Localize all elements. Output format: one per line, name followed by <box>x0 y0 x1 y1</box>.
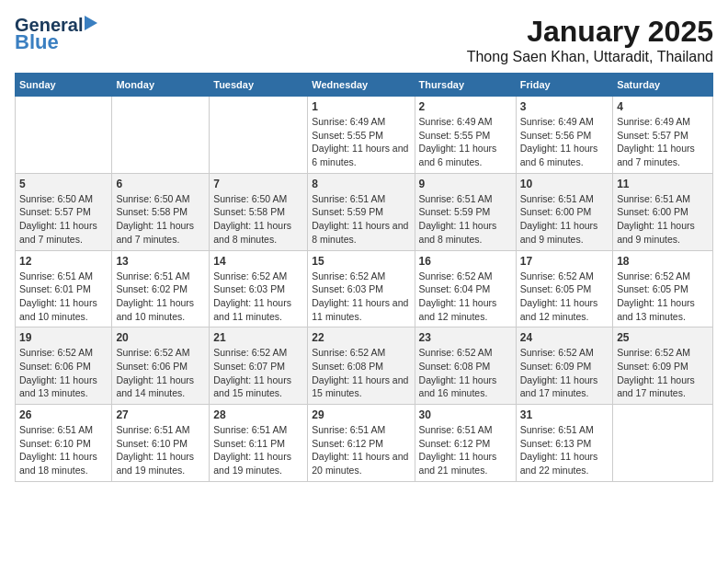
day-number: 1 <box>312 100 410 113</box>
weekday-header-row: SundayMondayTuesdayWednesdayThursdayFrid… <box>16 74 713 97</box>
calendar-cell: 11Sunrise: 6:51 AM Sunset: 6:00 PM Dayli… <box>613 173 713 250</box>
logo-arrow-icon <box>85 16 97 30</box>
day-number: 20 <box>116 331 205 344</box>
day-info: Sunrise: 6:52 AM Sunset: 6:06 PM Dayligh… <box>116 346 205 400</box>
day-info: Sunrise: 6:51 AM Sunset: 6:12 PM Dayligh… <box>312 423 410 477</box>
calendar-cell: 10Sunrise: 6:51 AM Sunset: 6:00 PM Dayli… <box>516 173 612 250</box>
calendar-cell: 23Sunrise: 6:52 AM Sunset: 6:08 PM Dayli… <box>415 327 516 405</box>
calendar-cell <box>16 97 112 174</box>
day-info: Sunrise: 6:51 AM Sunset: 6:12 PM Dayligh… <box>419 423 512 477</box>
day-info: Sunrise: 6:50 AM Sunset: 5:57 PM Dayligh… <box>19 192 108 247</box>
day-number: 17 <box>520 255 609 268</box>
calendar-cell: 2Sunrise: 6:49 AM Sunset: 5:55 PM Daylig… <box>415 97 516 174</box>
calendar-cell: 13Sunrise: 6:51 AM Sunset: 6:02 PM Dayli… <box>112 250 210 327</box>
day-info: Sunrise: 6:52 AM Sunset: 6:05 PM Dayligh… <box>617 270 709 324</box>
day-number: 22 <box>312 331 410 344</box>
day-number: 14 <box>213 255 303 268</box>
calendar-week-row: 5Sunrise: 6:50 AM Sunset: 5:57 PM Daylig… <box>16 173 713 250</box>
day-number: 2 <box>419 100 512 113</box>
calendar-week-row: 1Sunrise: 6:49 AM Sunset: 5:55 PM Daylig… <box>16 97 713 174</box>
day-number: 5 <box>19 178 108 190</box>
page-header: General Blue January 2025 Thong Saen Kha… <box>15 15 713 65</box>
day-info: Sunrise: 6:52 AM Sunset: 6:07 PM Dayligh… <box>213 346 303 400</box>
weekday-header: Friday <box>516 74 612 97</box>
day-number: 6 <box>116 178 205 190</box>
day-number: 8 <box>312 178 410 190</box>
day-number: 3 <box>520 100 609 113</box>
page-title: January 2025 <box>467 15 713 49</box>
calendar-cell: 1Sunrise: 6:49 AM Sunset: 5:55 PM Daylig… <box>308 97 415 174</box>
day-info: Sunrise: 6:51 AM Sunset: 6:02 PM Dayligh… <box>116 270 205 324</box>
calendar-cell: 19Sunrise: 6:52 AM Sunset: 6:06 PM Dayli… <box>16 327 112 405</box>
day-number: 21 <box>213 331 303 344</box>
day-info: Sunrise: 6:52 AM Sunset: 6:09 PM Dayligh… <box>520 346 609 400</box>
calendar-cell: 31Sunrise: 6:51 AM Sunset: 6:13 PM Dayli… <box>516 405 612 482</box>
calendar-table: SundayMondayTuesdayWednesdayThursdayFrid… <box>15 73 713 482</box>
day-info: Sunrise: 6:52 AM Sunset: 6:03 PM Dayligh… <box>213 270 303 324</box>
day-number: 4 <box>617 100 709 113</box>
day-info: Sunrise: 6:51 AM Sunset: 6:01 PM Dayligh… <box>19 270 108 324</box>
calendar-cell: 6Sunrise: 6:50 AM Sunset: 5:58 PM Daylig… <box>112 173 210 250</box>
day-info: Sunrise: 6:49 AM Sunset: 5:57 PM Dayligh… <box>617 115 709 169</box>
calendar-cell: 30Sunrise: 6:51 AM Sunset: 6:12 PM Dayli… <box>415 405 516 482</box>
calendar-cell <box>112 97 210 174</box>
weekday-header: Wednesday <box>308 74 415 97</box>
calendar-cell: 7Sunrise: 6:50 AM Sunset: 5:58 PM Daylig… <box>210 173 308 250</box>
calendar-cell: 21Sunrise: 6:52 AM Sunset: 6:07 PM Dayli… <box>210 327 308 405</box>
day-number: 10 <box>520 178 609 190</box>
day-info: Sunrise: 6:52 AM Sunset: 6:05 PM Dayligh… <box>520 270 609 324</box>
day-number: 28 <box>213 408 303 421</box>
logo: General Blue <box>15 15 97 53</box>
day-info: Sunrise: 6:49 AM Sunset: 5:55 PM Dayligh… <box>312 115 410 169</box>
calendar-cell <box>613 405 713 482</box>
calendar-cell: 4Sunrise: 6:49 AM Sunset: 5:57 PM Daylig… <box>613 97 713 174</box>
day-number: 23 <box>419 331 512 344</box>
calendar-cell: 9Sunrise: 6:51 AM Sunset: 5:59 PM Daylig… <box>415 173 516 250</box>
logo-blue: Blue <box>15 31 59 53</box>
day-info: Sunrise: 6:50 AM Sunset: 5:58 PM Dayligh… <box>116 192 205 247</box>
day-number: 18 <box>617 255 709 268</box>
day-number: 24 <box>520 331 609 344</box>
day-info: Sunrise: 6:50 AM Sunset: 5:58 PM Dayligh… <box>213 192 303 247</box>
day-number: 26 <box>19 408 108 421</box>
calendar-cell: 26Sunrise: 6:51 AM Sunset: 6:10 PM Dayli… <box>16 405 112 482</box>
weekday-header: Tuesday <box>210 74 308 97</box>
calendar-cell: 16Sunrise: 6:52 AM Sunset: 6:04 PM Dayli… <box>415 250 516 327</box>
day-number: 16 <box>419 255 512 268</box>
calendar-week-row: 12Sunrise: 6:51 AM Sunset: 6:01 PM Dayli… <box>16 250 713 327</box>
day-number: 12 <box>19 255 108 268</box>
calendar-cell: 27Sunrise: 6:51 AM Sunset: 6:10 PM Dayli… <box>112 405 210 482</box>
day-info: Sunrise: 6:51 AM Sunset: 6:10 PM Dayligh… <box>19 423 108 477</box>
day-info: Sunrise: 6:51 AM Sunset: 6:10 PM Dayligh… <box>116 423 205 477</box>
calendar-cell: 18Sunrise: 6:52 AM Sunset: 6:05 PM Dayli… <box>613 250 713 327</box>
page-subtitle: Thong Saen Khan, Uttaradit, Thailand <box>467 49 713 65</box>
day-info: Sunrise: 6:52 AM Sunset: 6:08 PM Dayligh… <box>419 346 512 400</box>
calendar-week-row: 19Sunrise: 6:52 AM Sunset: 6:06 PM Dayli… <box>16 327 713 405</box>
day-number: 31 <box>520 408 609 421</box>
day-number: 13 <box>116 255 205 268</box>
day-number: 25 <box>617 331 709 344</box>
day-info: Sunrise: 6:49 AM Sunset: 5:55 PM Dayligh… <box>419 115 512 169</box>
weekday-header: Monday <box>112 74 210 97</box>
day-number: 19 <box>19 331 108 344</box>
day-number: 7 <box>213 178 303 190</box>
day-number: 29 <box>312 408 410 421</box>
calendar-cell: 25Sunrise: 6:52 AM Sunset: 6:09 PM Dayli… <box>613 327 713 405</box>
calendar-cell: 17Sunrise: 6:52 AM Sunset: 6:05 PM Dayli… <box>516 250 612 327</box>
calendar-cell: 12Sunrise: 6:51 AM Sunset: 6:01 PM Dayli… <box>16 250 112 327</box>
weekday-header: Saturday <box>613 74 713 97</box>
day-info: Sunrise: 6:52 AM Sunset: 6:08 PM Dayligh… <box>312 346 410 400</box>
day-info: Sunrise: 6:52 AM Sunset: 6:06 PM Dayligh… <box>19 346 108 400</box>
day-info: Sunrise: 6:51 AM Sunset: 6:11 PM Dayligh… <box>213 423 303 477</box>
day-number: 15 <box>312 255 410 268</box>
weekday-header: Sunday <box>16 74 112 97</box>
calendar-cell: 24Sunrise: 6:52 AM Sunset: 6:09 PM Dayli… <box>516 327 612 405</box>
calendar-cell: 29Sunrise: 6:51 AM Sunset: 6:12 PM Dayli… <box>308 405 415 482</box>
calendar-cell: 28Sunrise: 6:51 AM Sunset: 6:11 PM Dayli… <box>210 405 308 482</box>
day-info: Sunrise: 6:52 AM Sunset: 6:03 PM Dayligh… <box>312 270 410 324</box>
day-info: Sunrise: 6:52 AM Sunset: 6:09 PM Dayligh… <box>617 346 709 400</box>
day-number: 30 <box>419 408 512 421</box>
day-info: Sunrise: 6:51 AM Sunset: 5:59 PM Dayligh… <box>312 192 410 247</box>
calendar-cell: 22Sunrise: 6:52 AM Sunset: 6:08 PM Dayli… <box>308 327 415 405</box>
day-info: Sunrise: 6:52 AM Sunset: 6:04 PM Dayligh… <box>419 270 512 324</box>
